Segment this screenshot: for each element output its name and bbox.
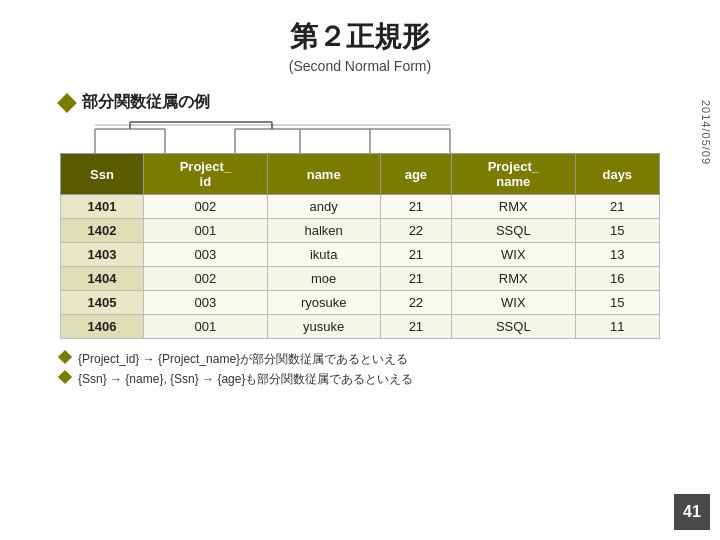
title-sub: (Second Normal Form) <box>0 58 720 74</box>
cell-row1-col4: SSQL <box>452 219 576 243</box>
cell-row2-col0: 1403 <box>61 243 144 267</box>
page: 2014/05/09 41 第２正規形 (Second Normal Form)… <box>0 0 720 540</box>
cell-row2-col3: 21 <box>380 243 451 267</box>
cell-row2-col5: 13 <box>575 243 659 267</box>
table-container: Ssn Project_id name age Project_name day… <box>60 121 660 339</box>
section-heading: 部分関数従属の例 <box>60 92 660 113</box>
cell-row3-col2: moe <box>267 267 380 291</box>
note-diamond-2 <box>58 370 72 384</box>
notes-area: {Project_id} → {Project_name}が部分関数従属であると… <box>60 349 660 390</box>
cell-row2-col2: ikuta <box>267 243 380 267</box>
title-area: 第２正規形 (Second Normal Form) <box>0 0 720 78</box>
cell-row4-col2: ryosuke <box>267 291 380 315</box>
cell-row4-col1: 003 <box>144 291 268 315</box>
cell-row0-col1: 002 <box>144 195 268 219</box>
section-heading-text: 部分関数従属の例 <box>82 92 210 113</box>
page-number: 41 <box>674 494 710 530</box>
cell-row3-col5: 16 <box>575 267 659 291</box>
diamond-icon <box>57 93 77 113</box>
table-row: 1405003ryosuke22WIX15 <box>61 291 660 315</box>
cell-row0-col0: 1401 <box>61 195 144 219</box>
cell-row1-col5: 15 <box>575 219 659 243</box>
cell-row3-col1: 002 <box>144 267 268 291</box>
table-row: 1401002andy21RMX21 <box>61 195 660 219</box>
cell-row5-col2: yusuke <box>267 315 380 339</box>
table-row: 1404002moe21RMX16 <box>61 267 660 291</box>
note-diamond-1 <box>58 350 72 364</box>
table-body: 1401002andy21RMX211402001halken22SSQL151… <box>61 195 660 339</box>
header-ssn: Ssn <box>61 154 144 195</box>
note-item-2: {Ssn} → {name}, {Ssn} → {age}も部分関数従属であると… <box>60 369 660 389</box>
header-age: age <box>380 154 451 195</box>
cell-row4-col0: 1405 <box>61 291 144 315</box>
cell-row1-col3: 22 <box>380 219 451 243</box>
header-project-name: Project_name <box>452 154 576 195</box>
cell-row4-col5: 15 <box>575 291 659 315</box>
cell-row3-col4: RMX <box>452 267 576 291</box>
data-table: Ssn Project_id name age Project_name day… <box>60 153 660 339</box>
cell-row5-col1: 001 <box>144 315 268 339</box>
cell-row2-col4: WIX <box>452 243 576 267</box>
header-days: days <box>575 154 659 195</box>
cell-row3-col0: 1404 <box>61 267 144 291</box>
header-project-id: Project_id <box>144 154 268 195</box>
cell-row0-col4: RMX <box>452 195 576 219</box>
cell-row4-col3: 22 <box>380 291 451 315</box>
cell-row2-col1: 003 <box>144 243 268 267</box>
table-row: 1406001yusuke21SSQL11 <box>61 315 660 339</box>
cell-row0-col3: 21 <box>380 195 451 219</box>
title-main: 第２正規形 <box>0 18 720 56</box>
cell-row1-col1: 001 <box>144 219 268 243</box>
cell-row1-col2: halken <box>267 219 380 243</box>
note-item-1: {Project_id} → {Project_name}が部分関数従属であると… <box>60 349 660 369</box>
cell-row0-col2: andy <box>267 195 380 219</box>
header-name: name <box>267 154 380 195</box>
cell-row5-col0: 1406 <box>61 315 144 339</box>
date-label: 2014/05/09 <box>700 100 712 165</box>
cell-row5-col5: 11 <box>575 315 659 339</box>
bracket-svg <box>60 121 660 153</box>
table-header-row: Ssn Project_id name age Project_name day… <box>61 154 660 195</box>
table-row: 1402001halken22SSQL15 <box>61 219 660 243</box>
cell-row3-col3: 21 <box>380 267 451 291</box>
note-text-1: {Project_id} → {Project_name}が部分関数従属であると… <box>78 349 408 369</box>
cell-row5-col4: SSQL <box>452 315 576 339</box>
table-row: 1403003ikuta21WIX13 <box>61 243 660 267</box>
cell-row5-col3: 21 <box>380 315 451 339</box>
cell-row4-col4: WIX <box>452 291 576 315</box>
note-text-2: {Ssn} → {name}, {Ssn} → {age}も部分関数従属であると… <box>78 369 413 389</box>
cell-row0-col5: 21 <box>575 195 659 219</box>
cell-row1-col0: 1402 <box>61 219 144 243</box>
